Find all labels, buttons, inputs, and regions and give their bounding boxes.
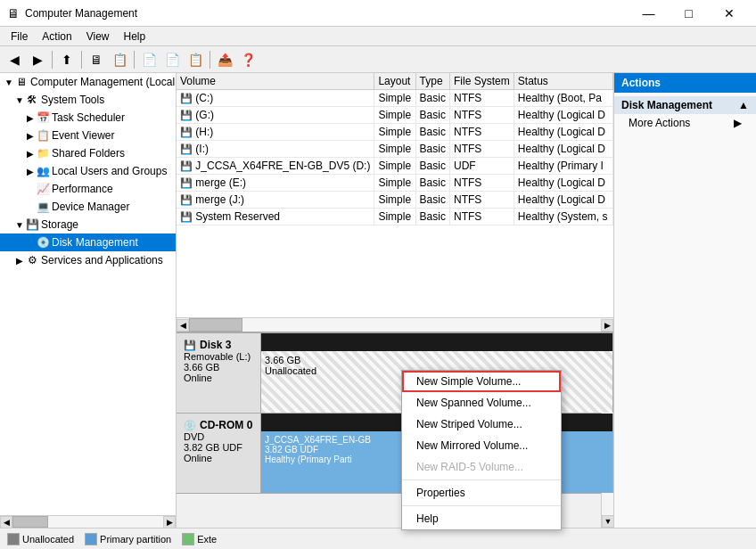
expand-services[interactable]: ▶ <box>14 256 25 266</box>
menu-file[interactable]: File <box>4 27 35 46</box>
close-button[interactable]: ✕ <box>709 0 749 27</box>
show-hide-button[interactable]: 🖥 <box>86 49 107 70</box>
cell-type: Basic <box>415 158 449 175</box>
hscroll-thumb[interactable] <box>189 318 242 332</box>
shared-folders-icon: 📁 <box>36 146 50 160</box>
paste-button[interactable]: 📋 <box>185 49 206 70</box>
ctx-new-striped[interactable]: New Striped Volume... <box>402 414 561 435</box>
cell-volume: 💾 J_CCSA_X64FRE_EN-GB_DV5 (D:) <box>177 158 374 175</box>
legend-primary-box <box>85 533 97 545</box>
tree-local-users[interactable]: ▶ 👥 Local Users and Groups <box>0 162 176 180</box>
expand-task-scheduler[interactable]: ▶ <box>25 113 36 123</box>
disk3-icon: 💾 <box>184 340 196 351</box>
help-toolbar-button[interactable]: ❓ <box>237 49 259 70</box>
copy-button[interactable]: 📄 <box>161 49 183 70</box>
table-row[interactable]: 💾 (C:)SimpleBasicNTFSHealthy (Boot, Pa <box>177 90 613 107</box>
export-button[interactable]: 📤 <box>214 49 235 70</box>
col-type[interactable]: Type <box>415 73 449 90</box>
properties-button[interactable]: 📋 <box>109 49 130 70</box>
col-filesystem[interactable]: File System <box>449 73 514 90</box>
col-status[interactable]: Status <box>514 73 612 90</box>
cdrom0-size: 3.82 GB UDF <box>184 442 253 453</box>
tree-task-scheduler[interactable]: ▶ 📅 Task Scheduler <box>0 109 176 127</box>
menu-help[interactable]: Help <box>117 27 153 46</box>
tree-root[interactable]: ▼ 🖥 Computer Management (Local <box>0 73 176 91</box>
table-hscroll[interactable]: ◀ ▶ <box>177 317 613 332</box>
expand-storage[interactable]: ▼ <box>14 220 25 230</box>
volume-table-wrapper: Volume Layout Type File System Status 💾 … <box>177 73 613 317</box>
disk-management-icon: 💿 <box>36 235 50 250</box>
device-manager-label: Device Manager <box>52 201 129 213</box>
scroll-left[interactable]: ◀ <box>0 516 12 529</box>
tree-system-tools[interactable]: ▼ 🛠 System Tools <box>0 91 176 109</box>
table-row[interactable]: 💾 J_CCSA_X64FRE_EN-GB_DV5 (D:)SimpleBasi… <box>177 158 613 175</box>
legend-primary: Primary partition <box>85 533 171 545</box>
legend-extended-label: Exte <box>197 534 217 545</box>
menu-action[interactable]: Action <box>35 27 78 46</box>
actions-more-link[interactable]: More Actions ▶ <box>614 114 756 132</box>
ctx-new-mirrored[interactable]: New Mirrored Volume... <box>402 435 561 456</box>
main-layout: ▼ 🖥 Computer Management (Local ▼ 🛠 Syste… <box>0 73 756 528</box>
col-layout[interactable]: Layout <box>374 73 415 90</box>
tree-device-manager[interactable]: 💻 Device Manager <box>0 198 176 216</box>
actions-section-arrow: ▲ <box>738 99 749 111</box>
col-volume[interactable]: Volume <box>177 73 374 90</box>
performance-icon: 📈 <box>36 182 50 196</box>
table-row[interactable]: 💾 (H:)SimpleBasicNTFSHealthy (Logical D <box>177 124 613 141</box>
hscroll-right[interactable]: ▶ <box>601 319 613 332</box>
cdrom0-icon: 💿 <box>184 420 196 431</box>
legend-extended: Exte <box>182 533 217 545</box>
scroll-right[interactable]: ▶ <box>163 516 176 529</box>
cell-layout: Simple <box>374 209 415 225</box>
actions-disk-management-title[interactable]: Disk Management ▲ <box>614 96 756 114</box>
legend-unallocated-box <box>7 533 20 545</box>
cell-volume: 💾 (G:) <box>177 107 374 124</box>
ctx-new-simple[interactable]: New Simple Volume... <box>402 371 561 392</box>
local-users-icon: 👥 <box>36 164 50 178</box>
left-scrollbar[interactable]: ◀ ▶ <box>0 515 176 528</box>
ctx-new-spanned[interactable]: New Spanned Volume... <box>402 392 561 414</box>
cell-type: Basic <box>415 124 449 141</box>
tree-storage[interactable]: ▼ 💾 Storage <box>0 216 176 234</box>
tree-performance[interactable]: 📈 Performance <box>0 180 176 198</box>
cell-status: Healthy (Logical D <box>514 124 612 141</box>
cell-filesystem: NTFS <box>449 107 514 124</box>
expand-local-users[interactable]: ▶ <box>25 167 36 176</box>
up-button[interactable]: ⬆ <box>56 49 78 70</box>
maximize-button[interactable]: □ <box>669 0 709 27</box>
table-row[interactable]: 💾 (G:)SimpleBasicNTFSHealthy (Logical D <box>177 107 613 124</box>
app-icon: 🖥 <box>7 6 20 20</box>
hscroll-track[interactable] <box>189 318 601 332</box>
minimize-button[interactable]: — <box>629 0 669 27</box>
table-row[interactable]: 💾 merge (J:)SimpleBasicNTFSHealthy (Logi… <box>177 192 613 209</box>
table-row[interactable]: 💾 merge (E:)SimpleBasicNTFSHealthy (Logi… <box>177 175 613 192</box>
expand-system-tools[interactable]: ▼ <box>14 95 25 105</box>
disk3-size: 3.66 GB <box>184 362 253 373</box>
ctx-help[interactable]: Help <box>402 508 561 529</box>
scroll-thumb[interactable] <box>12 516 48 528</box>
tree-shared-folders[interactable]: ▶ 📁 Shared Folders <box>0 144 176 162</box>
expand-event-viewer[interactable]: ▶ <box>25 131 36 141</box>
disk3-status: Online <box>184 373 253 383</box>
title-bar: 🖥 Computer Management — □ ✕ <box>0 0 756 27</box>
cell-status: Healthy (Boot, Pa <box>514 90 612 107</box>
expand-shared-folders[interactable]: ▶ <box>25 149 36 159</box>
cell-volume: 💾 merge (E:) <box>177 175 374 192</box>
tree-disk-management[interactable]: 💿 Disk Management <box>0 234 176 251</box>
table-row[interactable]: 💾 (I:)SimpleBasicNTFSHealthy (Logical D <box>177 141 613 158</box>
disk-vscroll-down[interactable]: ▼ <box>602 515 613 528</box>
back-button[interactable]: ◀ <box>4 49 25 70</box>
hscroll-left[interactable]: ◀ <box>177 319 189 332</box>
menu-view[interactable]: View <box>79 27 117 46</box>
ctx-properties[interactable]: Properties <box>402 482 561 504</box>
expand-root[interactable]: ▼ <box>4 78 14 87</box>
ctx-new-raid5: New RAID-5 Volume... <box>402 456 561 478</box>
scroll-track[interactable] <box>12 516 163 528</box>
forward-button[interactable]: ▶ <box>27 49 48 70</box>
new-button[interactable]: 📄 <box>138 49 160 70</box>
legend-primary-label: Primary partition <box>100 534 171 545</box>
tree-event-viewer[interactable]: ▶ 📋 Event Viewer <box>0 127 176 144</box>
actions-disk-management-section: Disk Management ▲ More Actions ▶ <box>614 93 756 135</box>
tree-services[interactable]: ▶ ⚙ Services and Applications <box>0 251 176 269</box>
table-row[interactable]: 💾 System ReservedSimpleBasicNTFSHealthy … <box>177 209 613 225</box>
